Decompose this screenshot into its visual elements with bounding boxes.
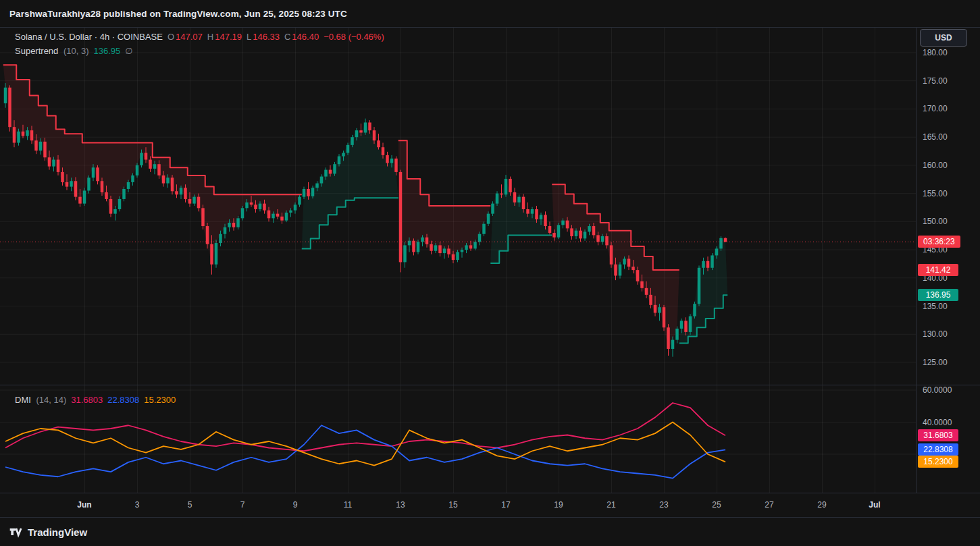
dmi-adx-value: 31.6803	[71, 395, 103, 405]
ohlc-high: H147.19	[207, 32, 242, 42]
dmi-adx-badge: 31.6803	[918, 429, 958, 441]
dmi-plus-di-badge: 22.8308	[918, 443, 958, 456]
dmi-legend[interactable]: DMI (14, 14) 31.6803 22.8308 15.2300	[15, 395, 176, 405]
tradingview-brand-text[interactable]: TradingView	[28, 526, 87, 538]
price-axis[interactable]	[917, 28, 980, 493]
chart-canvas[interactable]: 180.00175.00170.00165.00160.00155.00150.…	[0, 0, 980, 546]
supertrend-title: Supertrend (10, 3)	[15, 46, 89, 56]
time-axis[interactable]	[0, 493, 980, 518]
supertrend-down-price-badge: 141.42	[918, 264, 958, 276]
ohlc-open: O147.07	[167, 32, 203, 42]
supertrend-up-price-badge: 136.95	[918, 289, 958, 301]
tradingview-logo-icon[interactable]	[9, 525, 22, 539]
footer-bar: TradingView	[0, 518, 980, 546]
publish-info-text: ParshwaTurakhiya28 published on TradingV…	[9, 9, 347, 19]
supertrend-null-value: ∅	[125, 46, 132, 56]
dmi-plus-di-value: 22.8308	[107, 395, 139, 405]
symbol-title: Solana / U.S. Dollar · 4h · COINBASE	[15, 32, 163, 42]
dmi-title: DMI (14, 14)	[15, 395, 66, 405]
ohlc-low: L146.33	[247, 32, 280, 42]
dmi-minus-di-badge: 15.2300	[918, 456, 958, 468]
supertrend-legend[interactable]: Supertrend (10, 3) 136.95 ∅	[15, 46, 133, 56]
tradingview-published-chart: ParshwaTurakhiya28 published on TradingV…	[0, 0, 980, 546]
supertrend-value: 136.95	[94, 46, 121, 56]
currency-toggle-button[interactable]: USD	[920, 29, 967, 47]
publish-info-bar: ParshwaTurakhiya28 published on TradingV…	[0, 0, 980, 27]
dmi-minus-di-value: 15.2300	[144, 395, 176, 405]
change-value: −0.68 (−0.46%)	[324, 32, 384, 42]
ohlc-close: C146.40	[284, 32, 319, 42]
symbol-legend[interactable]: Solana / U.S. Dollar · 4h · COINBASE O14…	[15, 32, 384, 42]
countdown-badge: 03:36:23	[918, 236, 960, 248]
